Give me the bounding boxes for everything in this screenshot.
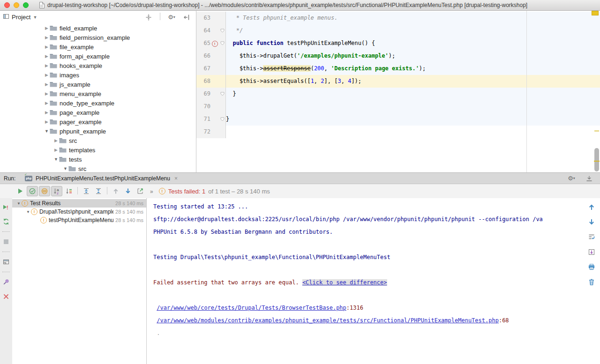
up-the-stack-trace-button[interactable] — [586, 202, 597, 212]
import-test-results-button[interactable] — [135, 186, 146, 196]
inspection-indicator[interactable] — [592, 11, 599, 15]
editor-line-70[interactable]: 70 — [196, 100, 600, 113]
project-tree-item-field_permission_example[interactable]: ▶field_permission_example — [0, 33, 195, 42]
diff-link[interactable]: <Click to see difference> — [302, 279, 387, 286]
test-console[interactable]: Testing started at 13:25 ...sftp://docke… — [147, 198, 600, 364]
fold-region-icon[interactable] — [219, 29, 225, 33]
collapse-panel-button[interactable] — [143, 12, 154, 22]
code-text[interactable]: * Tests phpunit_example menus. — [225, 12, 600, 24]
rerun-test-button[interactable] — [15, 186, 26, 196]
collapse-arrow-icon[interactable]: ▼ — [16, 201, 22, 206]
minimize-window-button[interactable] — [14, 2, 19, 8]
rerun-button[interactable] — [0, 216, 12, 227]
expand-all-button[interactable] — [81, 186, 92, 196]
hide-panel-button[interactable] — [584, 173, 595, 184]
soft-wrap-button[interactable] — [586, 232, 597, 242]
hide-panel-button[interactable] — [181, 12, 192, 22]
previous-failed-test-button[interactable] — [110, 186, 121, 196]
editor-line-63[interactable]: 63 * Tests phpunit_example menus. — [196, 12, 600, 24]
editor-line-71[interactable]: 71} — [196, 113, 600, 126]
project-tree-item-menu_example[interactable]: ▶menu_example — [0, 89, 195, 98]
close-button[interactable] — [0, 291, 12, 302]
sort-by-duration-button[interactable] — [63, 186, 75, 196]
expand-arrow-icon[interactable]: ▶ — [44, 73, 50, 77]
project-tree-item-form_api_example[interactable]: ▶form_api_example — [0, 52, 195, 61]
project-tree-item-src[interactable]: ▶src — [0, 136, 195, 145]
collapse-arrow-icon[interactable]: ▼ — [62, 166, 68, 171]
settings-gear-button[interactable]: ⚙▾ — [566, 173, 577, 184]
expand-arrow-icon[interactable]: ▶ — [44, 63, 50, 68]
collapse-arrow-icon[interactable]: ▼ — [53, 157, 59, 162]
pin-tab-button[interactable] — [0, 277, 12, 287]
editor-scrollbar[interactable] — [594, 148, 599, 171]
code-text[interactable]: */ — [225, 24, 600, 37]
collapse-all-button[interactable] — [93, 186, 104, 196]
project-tree-item-js_example[interactable]: ▶js_example — [0, 80, 195, 89]
test-tree-row[interactable]: !testPhpUnitExampleMenu28 s 140 ms — [12, 216, 146, 224]
editor-line-64[interactable]: 64 */ — [196, 24, 600, 37]
settings-gear-button[interactable]: ⚙▾ — [166, 12, 177, 22]
show-passed-button[interactable] — [27, 186, 38, 196]
down-the-stack-trace-button[interactable] — [586, 217, 597, 227]
expand-arrow-icon[interactable]: ▶ — [44, 91, 50, 96]
failed-test-marker-icon[interactable]: ! — [212, 41, 218, 47]
clear-all-button[interactable] — [586, 277, 597, 287]
project-tree-item-file_example[interactable]: ▶file_example — [0, 42, 195, 52]
expand-arrow-icon[interactable]: ▶ — [44, 26, 50, 30]
expand-arrow-icon[interactable]: ▶ — [44, 35, 50, 40]
collapse-arrow-icon[interactable]: ▼ — [25, 210, 31, 214]
code-text[interactable]: } — [225, 88, 600, 100]
zoom-window-button[interactable] — [23, 2, 29, 8]
code-text[interactable]: public function testPhpUnitExampleMenu()… — [225, 37, 600, 50]
project-tree-item-pager_example[interactable]: ▶pager_example — [0, 117, 195, 126]
test-tree-row[interactable]: ▼!Test Results28 s 140 ms — [12, 199, 146, 208]
expand-arrow-icon[interactable]: ▶ — [53, 148, 59, 152]
code-text[interactable]: $this->assertEquals([1, 2], [3, 4]); — [225, 75, 600, 88]
editor-line-72[interactable]: 72 — [196, 126, 600, 138]
file-link[interactable]: /var/www/web/modules/contrib/examples/ph… — [157, 317, 499, 324]
project-tree-item-page_example[interactable]: ▶page_example — [0, 108, 195, 117]
print-button[interactable] — [586, 262, 597, 272]
expand-arrow-icon[interactable]: ▶ — [44, 54, 50, 59]
scroll-to-end-button[interactable] — [586, 247, 597, 257]
project-tree-item-images[interactable]: ▶images — [0, 70, 195, 80]
code-text[interactable]: $this->assertResponse(200, 'Description … — [225, 62, 600, 75]
sort-alphabetically-button[interactable]: az — [51, 186, 62, 196]
project-tree-item-src[interactable]: ▼src — [0, 164, 195, 172]
expand-arrow-icon[interactable]: ▶ — [44, 110, 50, 115]
expand-arrow-icon[interactable]: ▶ — [44, 101, 50, 105]
project-panel-title[interactable]: Project — [12, 14, 30, 21]
editor-line-67[interactable]: 67 $this->assertResponse(200, 'Descripti… — [196, 62, 600, 75]
expand-arrow-icon[interactable]: ▶ — [44, 82, 50, 87]
restore-layout-button[interactable] — [0, 257, 12, 267]
project-tree-item-tests[interactable]: ▼tests — [0, 155, 195, 164]
expand-arrow-icon[interactable]: ▶ — [53, 138, 59, 143]
editor-line-65[interactable]: 65! public function testPhpUnitExampleMe… — [196, 37, 600, 50]
expand-arrow-icon[interactable]: ▶ — [44, 119, 50, 124]
close-tab-icon[interactable]: × — [174, 175, 178, 182]
collapse-arrow-icon[interactable]: ▼ — [44, 129, 50, 134]
file-link[interactable]: /var/www/web/core/tests/Drupal/Tests/Bro… — [157, 305, 346, 311]
project-tree-item-hooks_example[interactable]: ▶hooks_example — [0, 61, 195, 70]
rerun-failed-tests-button[interactable]: ! — [0, 202, 12, 212]
code-text[interactable]: $this->drupalGet('/examples/phpunit-exam… — [225, 50, 600, 62]
test-tree-row[interactable]: ▼!Drupal\Tests\phpunit_example\Functiona… — [12, 208, 146, 216]
stop-button[interactable] — [0, 237, 12, 247]
fold-region-icon[interactable] — [219, 41, 225, 45]
fold-region-icon[interactable] — [219, 117, 225, 121]
chevron-down-icon[interactable]: ▼ — [33, 15, 37, 20]
project-tree-item-phpunit_example[interactable]: ▼phpunit_example — [0, 126, 195, 136]
project-tree-item-field_example[interactable]: ▶field_example — [0, 23, 195, 33]
fold-region-icon[interactable] — [219, 92, 225, 96]
next-failed-test-button[interactable] — [122, 186, 134, 196]
editor-line-69[interactable]: 69 } — [196, 88, 600, 100]
project-tree-item-templates[interactable]: ▶templates — [0, 145, 195, 155]
close-window-button[interactable] — [4, 2, 10, 8]
show-ignored-button[interactable] — [39, 186, 50, 196]
editor-line-66[interactable]: 66 $this->drupalGet('/examples/phpunit-e… — [196, 50, 600, 62]
expand-arrow-icon[interactable]: ▶ — [44, 45, 50, 49]
code-text[interactable] — [225, 100, 600, 113]
code-editor[interactable]: 63 * Tests phpunit_example menus.64 */65… — [196, 11, 600, 172]
editor-line-68[interactable]: 68 $this->assertEquals([1, 2], [3, 4]); — [196, 75, 600, 88]
run-tab[interactable]: ✓php PHPUnitExampleMenuTest.testPhpUnitE… — [22, 173, 180, 184]
